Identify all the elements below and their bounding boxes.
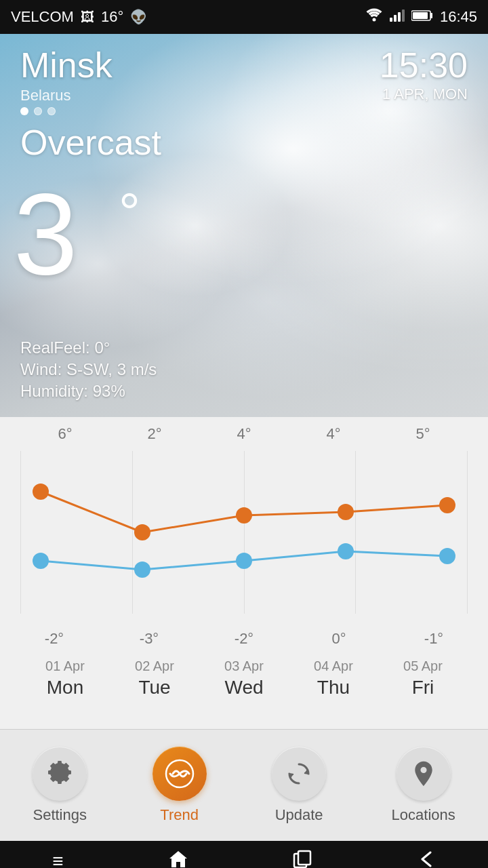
bottom-nav: Settings Trend Update xyxy=(0,729,488,841)
day-name-0: Mon xyxy=(45,677,85,698)
status-icon-alien: 👽 xyxy=(130,9,147,25)
humidity-label: Humidity: 93% xyxy=(20,382,157,401)
svg-point-12 xyxy=(439,497,455,513)
update-label: Update xyxy=(275,806,323,824)
nav-update[interactable]: Update xyxy=(272,747,326,824)
svg-point-10 xyxy=(236,507,252,524)
svg-point-8 xyxy=(33,484,49,500)
locations-label: Locations xyxy=(392,806,455,824)
svg-point-11 xyxy=(338,504,354,520)
bot-temp-2: -2° xyxy=(210,630,278,648)
locations-icon-wrap xyxy=(396,747,451,801)
svg-rect-7 xyxy=(413,12,428,19)
day-date-3: 04 Apr xyxy=(314,658,353,674)
city-name: Minsk xyxy=(20,45,113,85)
trend-label: Trend xyxy=(160,806,199,824)
temperature-status: 16° xyxy=(101,8,123,26)
settings-icon-wrap xyxy=(33,747,87,801)
day-name-1: Tue xyxy=(135,677,174,698)
hero-date: 1 APR, MON xyxy=(380,85,468,103)
svg-point-0 xyxy=(372,18,375,22)
status-left: VELCOM 🖼 16° 👽 xyxy=(11,8,147,26)
day-date-4: 05 Apr xyxy=(403,658,443,674)
nav-locations[interactable]: Locations xyxy=(392,747,455,824)
condition-text: Overcast xyxy=(20,122,161,163)
day-date-2: 03 Apr xyxy=(224,658,264,674)
weather-hero: Minsk 15:30 1 APR, MON Belarus Overcast … xyxy=(0,34,488,417)
svg-point-9 xyxy=(134,524,150,540)
system-nav-bar: ≡ xyxy=(0,841,488,868)
trend-icon-wrap xyxy=(152,747,207,801)
day-2: 03 Apr Wed xyxy=(224,658,264,698)
page-dots xyxy=(20,107,56,115)
dot-1 xyxy=(20,107,28,115)
svg-point-16 xyxy=(338,543,354,559)
svg-point-15 xyxy=(236,553,252,569)
update-icon-wrap xyxy=(272,747,326,801)
status-right: 16:45 xyxy=(365,8,477,26)
day-labels: 01 Apr Mon 02 Apr Tue 03 Apr Wed 04 Apr … xyxy=(0,648,488,709)
country-name: Belarus xyxy=(0,87,92,104)
hero-time: 15:30 xyxy=(380,45,468,85)
dot-3 xyxy=(47,107,56,115)
bot-temp-4: -1° xyxy=(400,630,468,648)
chart-section: 6° 2° 4° 4° 5° xyxy=(0,417,488,729)
menu-button[interactable]: ≡ xyxy=(52,850,63,868)
svg-rect-6 xyxy=(430,13,432,18)
weather-details: RealFeel: 0° Wind: S-SW, 3 m/s Humidity:… xyxy=(20,338,157,403)
day-date-0: 01 Apr xyxy=(45,658,85,674)
svg-point-13 xyxy=(33,553,49,569)
temperature-main: 3 xyxy=(14,176,78,292)
trend-icon xyxy=(165,759,195,789)
realfeel-label: RealFeel: 0° xyxy=(20,338,157,357)
degree-symbol: ° xyxy=(119,182,140,244)
recents-button[interactable] xyxy=(293,850,312,869)
day-name-2: Wed xyxy=(224,677,264,698)
back-button[interactable] xyxy=(417,850,436,869)
status-icon-photo: 🖼 xyxy=(81,9,94,25)
svg-rect-3 xyxy=(398,12,401,22)
day-name-3: Thu xyxy=(314,677,353,698)
chart-bottom-temps: -2° -3° -2° 0° -1° xyxy=(0,630,488,648)
day-name-4: Fri xyxy=(403,677,443,698)
settings-icon xyxy=(46,760,73,787)
update-icon xyxy=(285,760,312,787)
dot-2 xyxy=(34,107,42,115)
home-button[interactable] xyxy=(168,850,188,869)
nav-trend[interactable]: Trend xyxy=(152,747,207,824)
day-3: 04 Apr Thu xyxy=(314,658,353,698)
svg-point-14 xyxy=(134,561,150,578)
clock-display: 16:45 xyxy=(440,8,477,26)
settings-label: Settings xyxy=(33,806,87,824)
carrier-label: VELCOM xyxy=(11,8,74,26)
wifi-icon xyxy=(365,8,383,26)
chart-svg xyxy=(0,451,488,614)
locations-icon xyxy=(411,760,436,787)
day-0: 01 Apr Mon xyxy=(45,658,85,698)
svg-rect-20 xyxy=(298,851,310,865)
svg-rect-2 xyxy=(394,15,396,22)
svg-rect-1 xyxy=(390,18,392,22)
signal-icon xyxy=(390,8,405,26)
bot-temp-1: -3° xyxy=(115,630,183,648)
svg-rect-4 xyxy=(402,9,405,22)
chart-area: -2° -3° -2° 0° -1° xyxy=(0,417,488,648)
status-bar: VELCOM 🖼 16° 👽 xyxy=(0,0,488,34)
svg-point-17 xyxy=(439,548,455,564)
battery-icon xyxy=(411,8,433,26)
wind-label: Wind: S-SW, 3 m/s xyxy=(20,360,157,379)
nav-settings[interactable]: Settings xyxy=(33,747,87,824)
bot-temp-3: 0° xyxy=(305,630,373,648)
day-4: 05 Apr Fri xyxy=(403,658,443,698)
day-date-1: 02 Apr xyxy=(135,658,174,674)
bot-temp-0: -2° xyxy=(20,630,88,648)
day-1: 02 Apr Tue xyxy=(135,658,174,698)
datetime-block: 15:30 1 APR, MON xyxy=(380,45,468,103)
